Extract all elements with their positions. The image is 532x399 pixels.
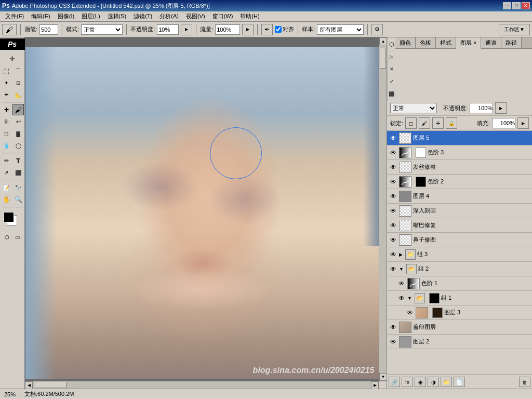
quick-select-tool[interactable]: ✦ bbox=[1, 77, 12, 88]
zoom-tool[interactable]: 🔍 bbox=[12, 194, 24, 205]
eyedropper-tool-2[interactable]: 🔭 bbox=[12, 182, 24, 193]
text-tool[interactable]: T bbox=[12, 155, 24, 166]
ruler-tool[interactable]: 📐 bbox=[12, 89, 24, 100]
layer-eye-levels3[interactable]: 👁 bbox=[389, 149, 397, 157]
layer-blend-mode-select[interactable]: 正常 bbox=[390, 103, 437, 113]
scroll-up-button[interactable]: ▲ bbox=[379, 37, 387, 45]
layer-eye-3[interactable]: 👁 bbox=[406, 309, 414, 317]
layer-item-nose[interactable]: 👁 鼻子修图 bbox=[387, 233, 532, 247]
hand-tool[interactable]: ✋ bbox=[1, 194, 12, 205]
layer-item-3[interactable]: 👁 图层 3 bbox=[387, 305, 532, 320]
layer-eye-stamp[interactable]: 👁 bbox=[389, 323, 397, 331]
layer-eye-levels2[interactable]: 👁 bbox=[389, 178, 397, 186]
lasso-tool[interactable]: ⌒ bbox=[12, 65, 24, 76]
canvas-horizontal-scrollbar[interactable]: ◀ ▶ bbox=[25, 381, 379, 389]
scroll-left-button[interactable]: ◀ bbox=[25, 381, 33, 389]
lock-image-btn[interactable]: 🖌 bbox=[419, 117, 430, 129]
mini-tool-1[interactable]: ⬡ bbox=[388, 38, 395, 50]
mini-tool-4[interactable]: ⤢ bbox=[388, 76, 395, 87]
layer-fill-input[interactable] bbox=[492, 118, 515, 128]
foreground-color-swatch[interactable] bbox=[4, 212, 14, 222]
layer-item-stamp[interactable]: 👁 盖印图层 bbox=[387, 320, 532, 335]
pen-tool[interactable]: ✏ bbox=[1, 155, 12, 166]
tab-color[interactable]: 颜色 bbox=[395, 37, 416, 48]
menu-layer[interactable]: 图层(L) bbox=[78, 11, 103, 21]
layer-item-4[interactable]: 👁 图层 4 bbox=[387, 189, 532, 204]
blend-mode-select[interactable]: 正常 bbox=[81, 24, 123, 35]
sample-select[interactable]: 所有图层 bbox=[317, 24, 364, 35]
ignore-adjust-toggle[interactable]: ⚙ bbox=[371, 24, 383, 35]
canvas-vertical-scrollbar[interactable]: ▲ ▼ bbox=[379, 37, 387, 381]
tab-channels[interactable]: 通道 bbox=[481, 37, 501, 48]
scroll-thumb-v[interactable] bbox=[380, 48, 386, 69]
layer-item-levels1[interactable]: 👁 色阶 1 bbox=[387, 276, 532, 291]
brush-size-input[interactable] bbox=[39, 24, 58, 35]
opacity-arrow[interactable]: ▶ bbox=[181, 24, 192, 35]
lock-position-btn[interactable]: ✛ bbox=[432, 117, 444, 129]
eyedropper-tool[interactable]: ✒ bbox=[1, 89, 12, 100]
group1-arrow[interactable]: ▼ bbox=[407, 296, 412, 301]
notes-tool[interactable]: 📝 bbox=[1, 182, 12, 193]
menu-image[interactable]: 图像(I) bbox=[55, 11, 77, 21]
tab-styles[interactable]: 样式 bbox=[436, 37, 456, 48]
mini-tool-2[interactable]: ▷ bbox=[388, 51, 395, 62]
scroll-right-button[interactable]: ▶ bbox=[371, 381, 379, 389]
menu-window[interactable]: 窗口(W) bbox=[209, 11, 236, 21]
layer-eye-levels1[interactable]: 👁 bbox=[397, 280, 406, 288]
crop-tool[interactable]: ⊡ bbox=[12, 77, 24, 88]
add-mask-btn[interactable]: ◉ bbox=[415, 377, 426, 387]
add-style-btn[interactable]: fx bbox=[402, 377, 413, 387]
fill-increment-btn[interactable]: ▶ bbox=[517, 117, 529, 129]
layer-item-hair[interactable]: 👁 发丝修整 bbox=[387, 160, 532, 175]
screen-mode-btn[interactable]: ▭ bbox=[13, 232, 22, 242]
layer-eye-group3[interactable]: 👁 bbox=[389, 250, 397, 259]
tab-layers[interactable]: 图层 × bbox=[456, 37, 481, 49]
clone-stamp-tool[interactable]: ⎘ bbox=[1, 116, 12, 127]
mini-tool-5[interactable]: ⬛ bbox=[388, 88, 395, 100]
layer-item-5[interactable]: 👁 图层 5 bbox=[387, 131, 532, 145]
menu-file[interactable]: 文件(F) bbox=[2, 11, 27, 21]
menu-filter[interactable]: 滤镜(T) bbox=[130, 11, 155, 21]
rect-marquee-tool[interactable]: ⬚ bbox=[1, 65, 12, 76]
workspace-button[interactable]: 工作区▼ bbox=[499, 24, 530, 35]
layer-eye-group2[interactable]: 👁 bbox=[389, 265, 397, 273]
path-select-tool[interactable]: ↗ bbox=[1, 167, 12, 178]
history-brush-tool[interactable]: ↩ bbox=[12, 116, 24, 127]
layer-eye-4[interactable]: 👁 bbox=[389, 192, 397, 201]
layer-opacity-input[interactable] bbox=[470, 103, 493, 113]
scroll-thumb-h[interactable] bbox=[35, 382, 66, 388]
layer-item-2[interactable]: 👁 图层 2 bbox=[387, 335, 532, 349]
new-adjustment-btn[interactable]: ◑ bbox=[428, 377, 439, 387]
menu-edit[interactable]: 编辑(E) bbox=[28, 11, 54, 21]
layer-eye-mouth[interactable]: 👁 bbox=[389, 221, 397, 230]
group3-arrow[interactable]: ▶ bbox=[399, 252, 403, 257]
layer-item-group1[interactable]: 👁 ▼ 📂 组 1 bbox=[387, 291, 532, 305]
layer-item-levels3[interactable]: 👁 色阶 3 bbox=[387, 145, 532, 160]
menu-analysis[interactable]: 分析(A) bbox=[156, 11, 182, 21]
group2-arrow[interactable]: ▼ bbox=[399, 267, 404, 272]
new-group-btn[interactable]: 📁 bbox=[441, 377, 452, 387]
mini-tool-3[interactable]: ✕ bbox=[388, 63, 395, 75]
minimize-button[interactable]: — bbox=[503, 2, 511, 9]
scroll-track-v[interactable] bbox=[379, 45, 387, 373]
flow-input[interactable] bbox=[215, 24, 240, 35]
opacity-input[interactable] bbox=[157, 24, 179, 35]
scroll-down-button[interactable]: ▼ bbox=[379, 373, 387, 381]
scroll-track-h[interactable] bbox=[33, 381, 371, 389]
layer-item-detail[interactable]: 👁 深入刻画 bbox=[387, 204, 532, 218]
menu-view[interactable]: 视图(V) bbox=[183, 11, 208, 21]
menu-select[interactable]: 选择(S) bbox=[104, 11, 130, 21]
link-layers-btn[interactable]: 🔗 bbox=[389, 377, 400, 387]
layer-item-group2[interactable]: 👁 ▼ 📂 组 2 bbox=[387, 262, 532, 276]
new-layer-btn[interactable]: 📄 bbox=[454, 377, 465, 387]
airbrush-toggle[interactable]: ✒ bbox=[261, 24, 273, 35]
gradient-tool[interactable]: ▓ bbox=[12, 128, 24, 139]
tab-paths[interactable]: 路径 bbox=[501, 37, 522, 48]
move-tool[interactable]: ✛ bbox=[7, 53, 18, 64]
eraser-tool[interactable]: ◻ bbox=[1, 128, 12, 139]
layer-item-levels2[interactable]: 👁 色阶 2 bbox=[387, 175, 532, 189]
healing-brush-tool[interactable]: ✚ bbox=[1, 104, 12, 115]
layer-eye-hair[interactable]: 👁 bbox=[389, 163, 397, 171]
lock-all-btn[interactable]: 🔒 bbox=[446, 117, 457, 129]
maximize-button[interactable]: □ bbox=[512, 2, 521, 9]
